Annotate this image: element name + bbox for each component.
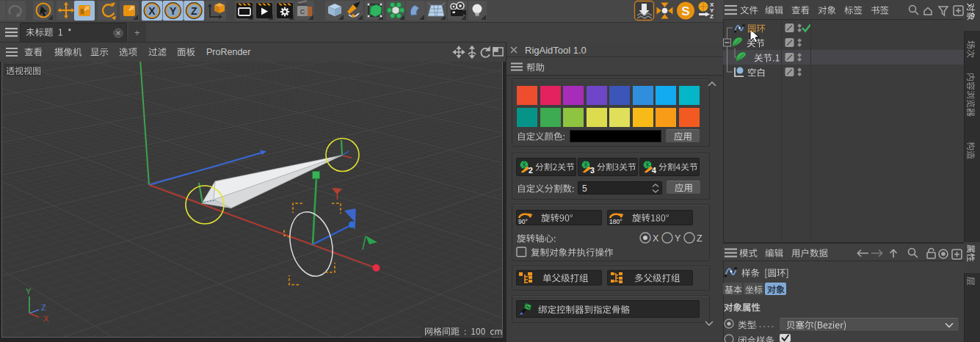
svg-text:Z: Z [710, 13, 714, 20]
svg-text:90°: 90° [518, 218, 528, 225]
svg-text:180°: 180° [609, 218, 623, 225]
svg-text:3: 3 [590, 166, 595, 175]
svg-text:Y: Y [26, 287, 32, 296]
svg-text:4: 4 [652, 166, 656, 175]
svg-text:Z: Z [697, 233, 703, 244]
svg-text:Y: Y [170, 5, 177, 17]
svg-text:Y: Y [675, 233, 681, 244]
svg-text:Z: Z [191, 5, 197, 17]
svg-text:S: S [681, 4, 689, 18]
svg-text:2: 2 [529, 166, 533, 175]
svg-text:X: X [43, 314, 49, 323]
svg-text:Z: Z [41, 303, 46, 312]
svg-text:X: X [148, 5, 156, 17]
svg-text:C: C [300, 8, 305, 15]
svg-text:X: X [653, 233, 659, 244]
